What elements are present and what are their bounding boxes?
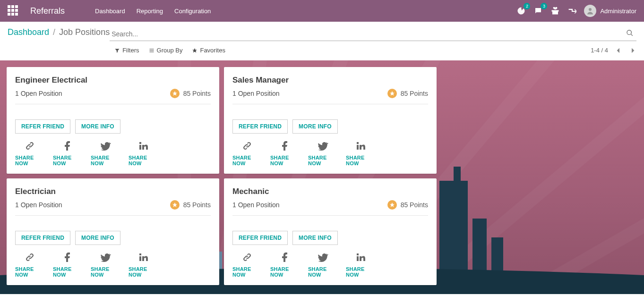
discuss-icon[interactable]: 3	[533, 6, 543, 16]
share-label: SHARE NOW	[270, 155, 300, 166]
share-label: SHARE NOW	[53, 266, 82, 278]
control-panel: Dashboard / Job Positions Filters Group …	[0, 22, 644, 60]
refer-friend-button[interactable]: REFER FRIEND	[15, 119, 70, 134]
points-value: 85 Points	[401, 201, 428, 209]
activities-icon[interactable]: 2	[516, 6, 526, 16]
share-label: SHARE NOW	[129, 155, 158, 166]
share-linkedin[interactable]: SHARE NOW	[346, 252, 375, 278]
points-value: 85 Points	[401, 90, 428, 97]
facebook-icon	[62, 140, 73, 153]
nav-item-configuration[interactable]: Configuration	[169, 2, 216, 20]
facebook-icon	[279, 252, 291, 264]
share-facebook[interactable]: SHARE NOW	[270, 140, 300, 166]
share-label: SHARE NOW	[346, 155, 375, 166]
discuss-badge: 3	[541, 3, 547, 9]
share-linkedin[interactable]: SHARE NOW	[129, 140, 158, 166]
job-card: Mechanic 1 Open Position 85 Points REFER…	[224, 178, 437, 285]
refer-friend-button[interactable]: REFER FRIEND	[232, 119, 288, 134]
more-info-button[interactable]: MORE INFO	[75, 231, 120, 245]
gift-icon[interactable]	[550, 6, 560, 16]
link-icon	[241, 252, 253, 264]
star-icon	[170, 200, 180, 210]
svg-point-0	[589, 8, 592, 11]
share-label: SHARE NOW	[15, 266, 44, 278]
share-link[interactable]: SHARE NOW	[15, 140, 44, 166]
points: 85 Points	[170, 89, 211, 98]
job-title: Sales Manager	[232, 76, 428, 85]
search-area: Filters Group By Favorites 1-4 / 4	[110, 27, 636, 60]
group-by-button[interactable]: Group By	[144, 46, 188, 55]
activities-badge: 2	[524, 3, 530, 9]
facebook-icon	[62, 252, 73, 264]
avatar	[584, 5, 596, 17]
job-title: Electrician	[15, 187, 211, 196]
open-position: 1 Open Position	[15, 201, 62, 209]
breadcrumb-sep: /	[53, 27, 55, 37]
filters-button[interactable]: Filters	[110, 46, 144, 55]
user-menu[interactable]: Administrator	[584, 5, 636, 17]
more-info-button[interactable]: MORE INFO	[292, 231, 338, 245]
share-label: SHARE NOW	[232, 266, 262, 278]
refer-friend-button[interactable]: REFER FRIEND	[15, 231, 70, 245]
nav-item-reporting[interactable]: Reporting	[131, 2, 169, 20]
nav-item-dashboard[interactable]: Dashboard	[89, 2, 131, 20]
share-link[interactable]: SHARE NOW	[15, 252, 44, 278]
points: 85 Points	[387, 89, 428, 98]
share-facebook[interactable]: SHARE NOW	[270, 252, 300, 278]
share-twitter[interactable]: SHARE NOW	[308, 140, 337, 166]
share-facebook[interactable]: SHARE NOW	[53, 252, 82, 278]
share-link[interactable]: SHARE NOW	[232, 252, 262, 278]
job-card: Engineer Electrical 1 Open Position 85 P…	[7, 67, 219, 174]
points: 85 Points	[387, 200, 428, 210]
link-icon	[24, 140, 35, 153]
cards-grid: Engineer Electrical 1 Open Position 85 P…	[0, 60, 644, 292]
search-icon[interactable]	[626, 29, 634, 38]
breadcrumb: Dashboard / Job Positions	[8, 27, 110, 37]
pager-next[interactable]	[629, 47, 636, 54]
favorites-button[interactable]: Favorites	[187, 46, 230, 55]
breadcrumb-parent[interactable]: Dashboard	[8, 27, 49, 37]
group-by-label: Group By	[157, 47, 183, 54]
share-label: SHARE NOW	[53, 155, 82, 166]
share-label: SHARE NOW	[232, 155, 262, 166]
star-icon	[387, 89, 397, 98]
user-name: Administrator	[600, 8, 636, 15]
share-linkedin[interactable]: SHARE NOW	[129, 252, 158, 278]
more-info-button[interactable]: MORE INFO	[75, 119, 120, 134]
share-twitter[interactable]: SHARE NOW	[91, 252, 120, 278]
share-label: SHARE NOW	[91, 155, 120, 166]
share-twitter[interactable]: SHARE NOW	[308, 252, 337, 278]
refer-friend-button[interactable]: REFER FRIEND	[232, 231, 288, 245]
filters-label: Filters	[122, 47, 139, 54]
twitter-icon	[317, 252, 328, 264]
share-linkedin[interactable]: SHARE NOW	[346, 140, 375, 166]
twitter-icon	[100, 252, 111, 264]
pager: 1-4 / 4	[591, 47, 636, 54]
breadcrumb-current: Job Positions	[59, 27, 110, 37]
pager-prev[interactable]	[615, 47, 622, 54]
search-input[interactable]	[110, 27, 636, 41]
share-label: SHARE NOW	[346, 266, 375, 278]
pager-value: 1-4 / 4	[591, 47, 608, 54]
systray: 2 3 Administrator	[516, 5, 636, 17]
debug-icon[interactable]	[567, 6, 577, 16]
favorites-label: Favorites	[200, 47, 225, 54]
content-area[interactable]: Engineer Electrical 1 Open Position 85 P…	[0, 60, 644, 294]
open-position: 1 Open Position	[15, 90, 62, 97]
share-label: SHARE NOW	[270, 266, 300, 278]
job-title: Engineer Electrical	[15, 76, 211, 85]
link-icon	[24, 252, 35, 264]
job-card: Electrician 1 Open Position 85 Points RE…	[7, 178, 219, 285]
share-facebook[interactable]: SHARE NOW	[53, 140, 82, 166]
points: 85 Points	[170, 200, 211, 210]
apps-icon[interactable]	[8, 5, 19, 17]
star-icon	[387, 200, 397, 210]
share-twitter[interactable]: SHARE NOW	[91, 140, 120, 166]
points-value: 85 Points	[183, 201, 211, 209]
share-link[interactable]: SHARE NOW	[232, 140, 262, 166]
open-position: 1 Open Position	[232, 201, 280, 209]
share-label: SHARE NOW	[129, 266, 158, 278]
more-info-button[interactable]: MORE INFO	[292, 119, 338, 134]
link-icon	[241, 140, 253, 153]
share-label: SHARE NOW	[308, 266, 337, 278]
